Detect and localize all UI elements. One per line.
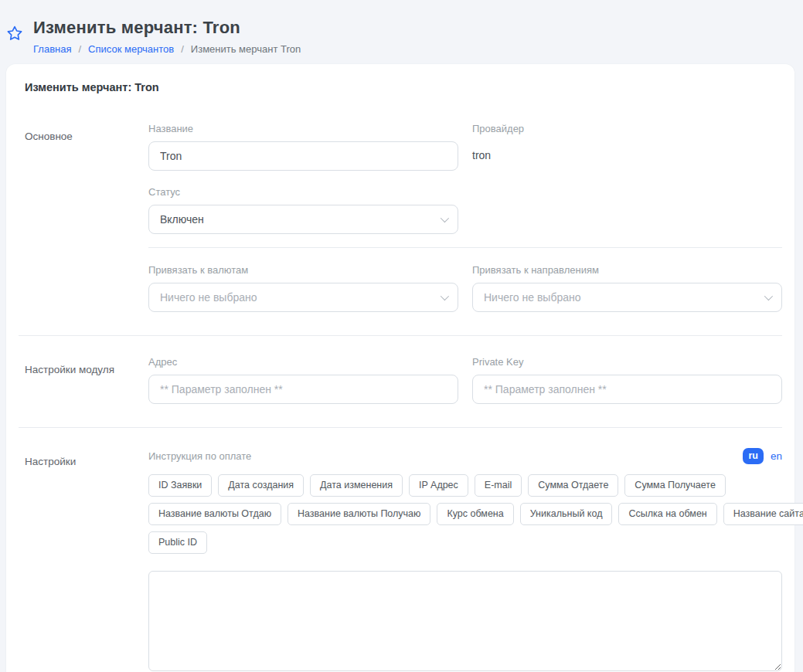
breadcrumb-current: Изменить мерчант Tron: [191, 43, 301, 55]
address-label: Адрес: [148, 356, 458, 368]
chevron-down-icon: [764, 292, 773, 300]
chevron-down-icon: [441, 292, 449, 300]
section-module-label: Настройки модуля: [19, 356, 148, 404]
tag-exchange-rate[interactable]: Курс обмена: [437, 503, 513, 525]
section-settings: Настройки Инструкция по оплате ru en ID …: [19, 448, 782, 672]
tag-amount-receive[interactable]: Сумма Получаете: [624, 474, 726, 497]
section-divider: [19, 427, 782, 428]
private-key-input[interactable]: [472, 375, 782, 404]
status-label: Статус: [148, 186, 458, 198]
tag-unique-code[interactable]: Уникальный код: [520, 503, 613, 525]
field-currencies: Привязать к валютам Ничего не выбрано: [148, 264, 458, 312]
tag-email[interactable]: E-mail: [475, 474, 522, 497]
tag-order-id[interactable]: ID Заявки: [148, 474, 212, 497]
tag-row: Public ID: [148, 531, 782, 554]
field-name: Название: [148, 123, 458, 171]
directions-label: Привязать к направлениям: [472, 264, 782, 276]
provider-label: Провайдер: [472, 123, 782, 134]
provider-value: tron: [472, 141, 782, 161]
tag-currency-name-receive[interactable]: Название валюты Получаю: [288, 503, 430, 525]
private-key-label: Private Key: [472, 356, 782, 368]
section-main: Основное Название Провайдер tron Статус …: [19, 123, 782, 312]
tag-row: ID Заявки Дата создания Дата изменения I…: [148, 474, 782, 497]
tag-amount-give[interactable]: Сумма Отдаете: [528, 474, 618, 497]
status-select[interactable]: Включен: [148, 205, 458, 234]
field-status: Статус Включен: [148, 186, 458, 234]
currencies-select-value: Ничего не выбрано: [160, 291, 433, 304]
directions-select[interactable]: Ничего не выбрано: [472, 283, 782, 312]
lang-en-button[interactable]: en: [771, 450, 782, 462]
lang-ru-button[interactable]: ru: [743, 448, 764, 464]
section-module: Настройки модуля Адрес Private Key: [19, 356, 782, 404]
status-select-value: Включен: [160, 213, 433, 226]
breadcrumb-separator: /: [78, 43, 81, 55]
instruction-header: Инструкция по оплате ru en: [148, 448, 782, 464]
language-switch: ru en: [743, 448, 782, 464]
tag-row: Название валюты Отдаю Название валюты По…: [148, 503, 782, 525]
address-input[interactable]: [148, 375, 458, 404]
instruction-textarea[interactable]: [148, 571, 782, 671]
section-main-label: Основное: [19, 123, 148, 312]
card-title: Изменить мерчант: Tron: [19, 81, 782, 93]
currencies-label: Привязать к валютам: [148, 264, 458, 276]
breadcrumb: Главная / Список мерчантов / Изменить ме…: [33, 43, 301, 55]
name-input[interactable]: [148, 141, 458, 171]
page-title: Изменить мерчант: Tron: [33, 18, 301, 38]
tag-currency-name-give[interactable]: Название валюты Отдаю: [148, 503, 281, 525]
field-directions: Привязать к направлениям Ничего не выбра…: [472, 264, 782, 312]
edit-merchant-card: Изменить мерчант: Tron Основное Название…: [6, 64, 794, 672]
fields-divider: [148, 247, 782, 248]
instruction-label: Инструкция по оплате: [148, 450, 251, 462]
tag-date-created[interactable]: Дата создания: [218, 474, 304, 497]
tag-exchange-link[interactable]: Ссылка на обмен: [618, 503, 716, 525]
breadcrumb-home-link[interactable]: Главная: [33, 43, 71, 55]
tag-date-modified[interactable]: Дата изменения: [310, 474, 403, 497]
breadcrumb-separator: /: [181, 43, 184, 55]
tag-ip-address[interactable]: IP Адрес: [409, 474, 468, 497]
tag-public-id[interactable]: Public ID: [148, 531, 207, 554]
field-address: Адрес: [148, 356, 458, 404]
field-provider: Провайдер tron: [472, 123, 782, 171]
section-settings-label: Настройки: [19, 448, 148, 672]
field-private-key: Private Key: [472, 356, 782, 404]
breadcrumb-merchants-link[interactable]: Список мерчантов: [88, 43, 174, 55]
page-header: Изменить мерчант: Tron Главная / Список …: [0, 0, 803, 55]
page-title-block: Изменить мерчант: Tron Главная / Список …: [33, 18, 301, 55]
chevron-down-icon: [441, 214, 449, 222]
tag-site-name[interactable]: Название сайта: [723, 503, 803, 525]
currencies-select[interactable]: Ничего не выбрано: [148, 283, 458, 312]
favorite-star-icon[interactable]: [6, 25, 23, 42]
name-label: Название: [148, 123, 458, 134]
directions-select-value: Ничего не выбрано: [484, 291, 757, 304]
section-divider: [19, 335, 782, 336]
